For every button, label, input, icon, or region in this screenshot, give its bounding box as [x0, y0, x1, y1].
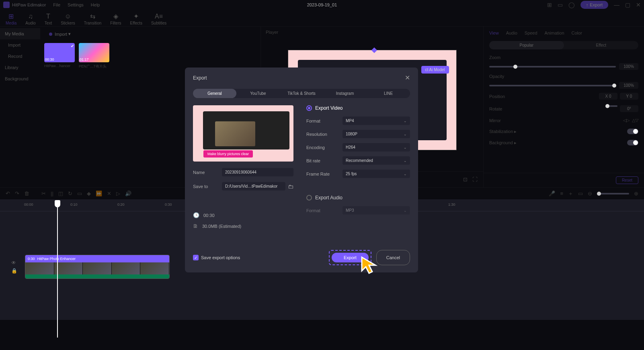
export-confirm-button[interactable]: Export: [332, 253, 369, 262]
export-duration: 00:30: [203, 213, 215, 218]
stabilization-label: Stabilization ▸: [489, 129, 517, 134]
opacity-value[interactable]: 100%: [619, 82, 638, 89]
crop-icon[interactable]: ◫: [58, 190, 63, 196]
sidebar-import[interactable]: Import: [0, 39, 40, 51]
tab-general[interactable]: General: [193, 89, 236, 98]
tool-media[interactable]: ⊞Media: [6, 12, 16, 25]
tool-audio[interactable]: ♫Audio: [25, 13, 36, 25]
zoom-value[interactable]: 100%: [619, 63, 638, 70]
modal-close-icon[interactable]: ✕: [405, 74, 410, 82]
position-y[interactable]: Y 0: [620, 93, 638, 100]
mirror-label: Mirror: [489, 118, 501, 123]
opacity-slider[interactable]: [489, 85, 616, 86]
scale-icon[interactable]: ✕: [107, 190, 111, 196]
menu-settings[interactable]: Settings: [68, 2, 84, 7]
tab-tiktok[interactable]: TikTok & Shorts: [280, 89, 323, 98]
position-x[interactable]: X 0: [599, 93, 617, 100]
tab-speed[interactable]: Speed: [525, 31, 537, 35]
sidebar-library[interactable]: Library: [0, 62, 40, 73]
format-select[interactable]: MP4⌄: [343, 117, 410, 125]
marker-icon[interactable]: ◆: [87, 190, 91, 196]
maximize-icon[interactable]: ▢: [625, 2, 630, 8]
subtab-effect[interactable]: Effect: [564, 41, 639, 49]
sidebar-background[interactable]: Background: [0, 73, 40, 84]
rotate-dial[interactable]: [605, 105, 617, 107]
book-icon[interactable]: ▭: [558, 2, 563, 8]
project-name: 2023-09-19_01: [307, 2, 337, 7]
tool-filters[interactable]: ◈Filters: [110, 12, 121, 25]
modal-title: Export: [193, 75, 207, 81]
add-icon[interactable]: ＋: [568, 190, 573, 197]
menu-file[interactable]: File: [53, 2, 60, 7]
cut-icon[interactable]: ✂: [41, 190, 46, 196]
export-video-radio[interactable]: Export Video: [306, 105, 410, 111]
sidebar-record[interactable]: Record: [0, 51, 40, 62]
split-icon[interactable]: ||: [51, 190, 53, 196]
layer-icon[interactable]: ▭: [77, 190, 82, 196]
file-icon: 🗎: [193, 223, 198, 229]
tool-transition[interactable]: ⇆Transition: [84, 12, 102, 25]
saveto-label: Save to: [193, 184, 222, 189]
zoom-out-icon[interactable]: ⊖: [588, 190, 592, 196]
account-icon[interactable]: ◯: [568, 2, 575, 8]
tab-instagram[interactable]: Instagram: [323, 89, 367, 98]
mirror-h-icon[interactable]: ◁▷: [623, 118, 630, 123]
mic-icon[interactable]: 🎤: [549, 190, 555, 196]
playhead[interactable]: [57, 201, 58, 338]
save-options-checkbox[interactable]: ✓Save export options: [193, 255, 240, 260]
close-icon[interactable]: ✕: [636, 2, 641, 8]
timeline-zoom-slider[interactable]: [597, 193, 629, 194]
cancel-button[interactable]: Cancel: [376, 250, 410, 265]
resolution-select[interactable]: 1080P⌄: [343, 130, 410, 138]
minimize-icon[interactable]: —: [614, 2, 619, 8]
zoom-in-icon[interactable]: ⊕: [634, 190, 638, 196]
timeline-clip[interactable]: 0:30HitPaw Photo Enhancer: [25, 255, 170, 279]
tool-text[interactable]: TText: [45, 13, 52, 25]
tab-youtube[interactable]: YouTube: [236, 89, 280, 98]
reset-button[interactable]: Reset: [616, 176, 638, 184]
name-input[interactable]: [222, 168, 293, 176]
redo-icon[interactable]: ↷: [15, 190, 19, 196]
tool-subtitles[interactable]: A≡Subtitles: [151, 13, 166, 25]
encoding-select[interactable]: H264⌄: [343, 143, 410, 151]
bitrate-select[interactable]: Recommended⌄: [343, 156, 410, 165]
stabilization-toggle[interactable]: [627, 129, 638, 134]
import-media-button[interactable]: Import ▾: [44, 30, 76, 38]
media-thumb-2[interactable]: 01:17 PEN广…7有片头: [79, 43, 109, 69]
export-button[interactable]: ↑ Export: [580, 1, 608, 9]
eye-icon[interactable]: 👁: [11, 260, 17, 266]
sidebar-my-media[interactable]: My Media: [0, 28, 40, 39]
tab-line[interactable]: LINE: [367, 89, 410, 98]
snap-icon[interactable]: ≡: [560, 190, 563, 196]
background-toggle[interactable]: [627, 140, 638, 145]
speed-icon[interactable]: ⏩: [96, 190, 102, 196]
undo-icon[interactable]: ↶: [6, 190, 10, 196]
screen-icon[interactable]: ⊞: [547, 2, 552, 8]
tool-effects[interactable]: ✦Effects: [130, 12, 142, 25]
lock-icon[interactable]: 🔒: [11, 268, 17, 274]
crop-icon[interactable]: ⊡: [463, 176, 468, 182]
name-label: Name: [193, 170, 222, 175]
trash-icon[interactable]: 🗑: [24, 190, 29, 196]
tab-audio[interactable]: Audio: [506, 31, 517, 35]
ai-model-label: ct Ai Model: [421, 66, 449, 74]
volume-icon[interactable]: 🔊: [125, 190, 131, 196]
tab-animation[interactable]: Animation: [545, 31, 564, 35]
mirror-v-icon[interactable]: △▽: [632, 118, 638, 123]
saveto-input[interactable]: [222, 182, 285, 190]
rotate-icon[interactable]: ↻: [68, 190, 72, 196]
tab-view[interactable]: View: [489, 31, 499, 35]
tab-color[interactable]: Color: [572, 31, 582, 35]
zoom-slider[interactable]: [489, 66, 616, 68]
fullscreen-icon[interactable]: ⛶: [472, 176, 478, 182]
subtab-popular[interactable]: Popular: [489, 41, 564, 49]
media-thumb-1[interactable]: 00:30✔ HitPaw…hancer: [44, 43, 75, 69]
framerate-select[interactable]: 25 fps⌄: [343, 170, 410, 178]
menu-help[interactable]: Help: [91, 2, 100, 7]
expand-icon[interactable]: ▷: [116, 190, 120, 196]
tool-stickers[interactable]: ☺Stickers: [61, 13, 75, 25]
fit-icon[interactable]: ▭: [578, 190, 583, 196]
folder-icon[interactable]: 🗀: [288, 183, 293, 190]
export-audio-radio[interactable]: Export Audio: [306, 195, 410, 201]
rotate-value[interactable]: 0°: [620, 105, 638, 112]
